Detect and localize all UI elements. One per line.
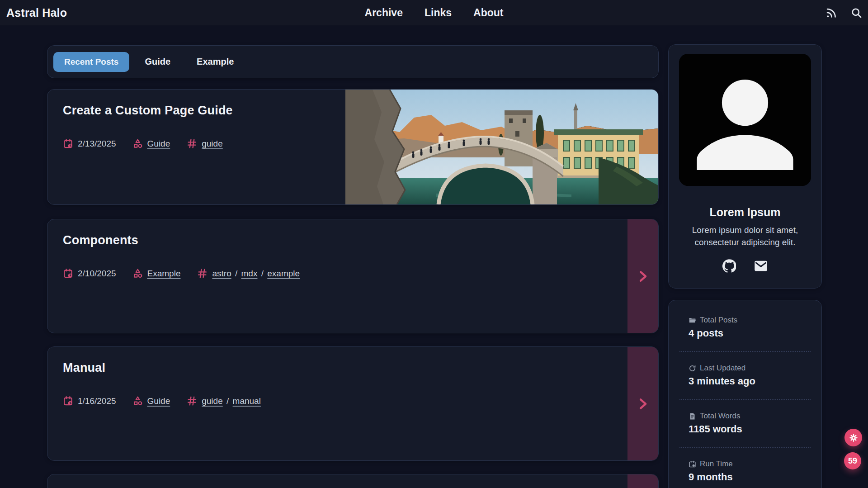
hash-icon (197, 268, 208, 279)
post-open-strip[interactable] (627, 219, 658, 333)
stat-last-updated: Last Updated 3 minutes ago (679, 351, 811, 399)
hash-icon (186, 138, 198, 149)
post-date-text: 1/16/2025 (78, 396, 116, 406)
post-category: Example (132, 268, 181, 279)
post-date-text: 2/10/2025 (78, 269, 116, 279)
post-card-partial[interactable] (47, 474, 659, 488)
post-open-strip[interactable] (627, 474, 658, 488)
settings-fab[interactable] (844, 429, 862, 446)
navbar: Astral Halo Archive Links About (0, 0, 868, 25)
nav-link-links[interactable]: Links (425, 7, 452, 19)
counter-fab[interactable]: 59 (844, 452, 861, 469)
post-meta: 2/13/2025 Guide guide (63, 138, 233, 149)
post-tags-item: guide (186, 138, 223, 149)
stat-label-text: Run Time (700, 460, 733, 469)
post-card[interactable]: Create a Custom Page Guide 2/13/2025 (47, 89, 659, 205)
profile-card: Lorem Ipsum Lorem ipsum dolor sit amet, … (668, 44, 822, 289)
page: Astral Halo Archive Links About Recent P… (0, 0, 868, 488)
tag-link[interactable]: example (267, 269, 300, 278)
post-meta: 2/10/2025 Example astro / mdx / exa (63, 268, 300, 279)
stat-value-text: 3 minutes ago (689, 375, 802, 387)
chevron-right-icon (636, 396, 650, 412)
category-link[interactable]: Guide (147, 396, 170, 406)
post-card[interactable]: Components 2/10/2025 (47, 219, 659, 333)
category-shapes-icon (132, 138, 143, 149)
nav-link-archive[interactable]: Archive (365, 7, 403, 19)
refresh-icon (689, 365, 696, 372)
post-date-text: 2/13/2025 (78, 139, 116, 149)
post-cover-image[interactable] (345, 90, 658, 204)
social-row (722, 259, 768, 273)
nav-link-about[interactable]: About (473, 7, 503, 19)
stat-label-text: Total Words (700, 412, 740, 421)
tag-link[interactable]: guide (202, 396, 223, 406)
person-icon (679, 54, 811, 186)
nav-links: Archive Links About (365, 0, 504, 25)
post-body: Components 2/10/2025 (63, 233, 300, 279)
tag-separator: / (231, 269, 241, 278)
github-icon[interactable] (722, 259, 736, 273)
document-icon (689, 412, 696, 420)
stat-value-text: 4 posts (689, 327, 802, 339)
rss-icon[interactable] (825, 6, 837, 19)
profile-name: Lorem Ipsum (710, 206, 781, 219)
stats-card: Total Posts 4 posts Last Updated 3 minut… (668, 300, 822, 488)
calendar-clock-icon (63, 138, 74, 149)
gear-icon (849, 433, 858, 442)
tab-recent-posts[interactable]: Recent Posts (53, 52, 129, 72)
calendar-icon (689, 460, 696, 468)
post-tags: astro / mdx / example (212, 269, 300, 279)
stat-value-text: 9 months (689, 471, 802, 483)
calendar-clock-icon (63, 396, 74, 407)
post-title[interactable]: Create a Custom Page Guide (63, 104, 233, 118)
category-shapes-icon (132, 268, 143, 279)
post-category: Guide (132, 396, 170, 407)
bridge-photo-illustration (345, 90, 658, 204)
nav-icon-group (825, 0, 863, 25)
stat-total-words: Total Words 1185 words (679, 399, 811, 447)
chevron-right-icon (636, 269, 650, 284)
search-icon[interactable] (850, 6, 863, 19)
profile-bio: Lorem ipsum dolor sit amet, consectetur … (687, 224, 803, 248)
tag-link[interactable]: manual (233, 396, 261, 406)
tag-link[interactable]: mdx (241, 269, 258, 278)
post-date: 2/10/2025 (63, 268, 116, 279)
tag-separator: / (257, 269, 267, 278)
post-date: 2/13/2025 (63, 138, 116, 149)
post-body: Manual 1/16/2025 (63, 361, 261, 407)
email-icon[interactable] (754, 259, 768, 273)
post-title[interactable]: Components (63, 233, 300, 247)
folder-icon (689, 317, 696, 324)
post-open-strip[interactable] (627, 347, 658, 460)
category-shapes-icon (132, 396, 143, 407)
category-link[interactable]: Guide (147, 139, 170, 149)
tag-link[interactable]: astro (212, 269, 231, 278)
post-tags-item: astro / mdx / example (197, 268, 300, 279)
stat-run-time: Run Time 9 months (679, 447, 811, 488)
post-date: 1/16/2025 (63, 396, 116, 407)
stat-label-text: Last Updated (700, 364, 745, 373)
tab-example[interactable]: Example (186, 52, 245, 72)
category-link[interactable]: Example (147, 269, 181, 279)
post-title[interactable]: Manual (63, 361, 261, 375)
calendar-clock-icon (63, 268, 74, 279)
post-body: Create a Custom Page Guide 2/13/2025 (63, 104, 233, 149)
avatar (679, 54, 811, 186)
site-title[interactable]: Astral Halo (6, 6, 67, 19)
hash-icon (186, 395, 198, 407)
post-tags: guide (202, 139, 223, 149)
tabs-card: Recent Posts Guide Example (47, 45, 659, 78)
stat-label-text: Total Posts (700, 316, 737, 325)
tag-separator: / (223, 396, 233, 406)
tab-guide[interactable]: Guide (134, 52, 181, 72)
post-tags-item: guide / manual (186, 395, 261, 407)
post-category: Guide (132, 138, 170, 149)
tag-link[interactable]: guide (202, 139, 223, 148)
stat-total-posts: Total Posts 4 posts (679, 304, 811, 351)
stat-value-text: 1185 words (689, 423, 802, 435)
post-card[interactable]: Manual 1/16/2025 (47, 346, 659, 461)
post-tags: guide / manual (202, 396, 261, 406)
post-meta: 1/16/2025 Guide guide / manual (63, 395, 261, 407)
